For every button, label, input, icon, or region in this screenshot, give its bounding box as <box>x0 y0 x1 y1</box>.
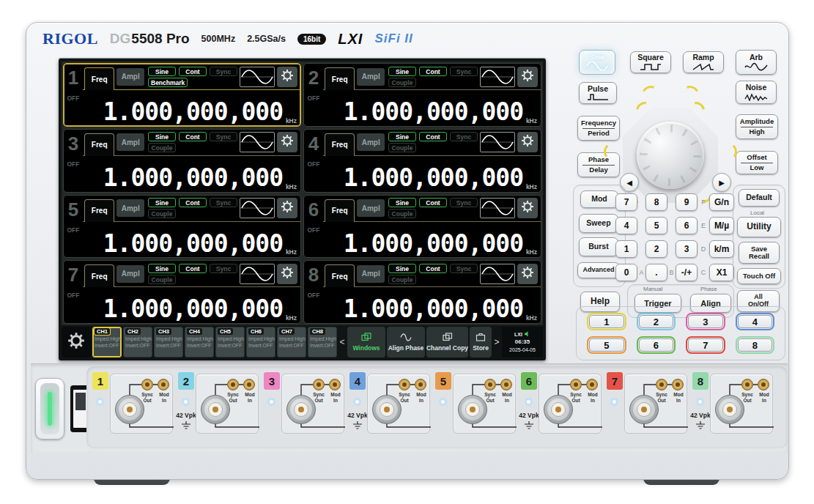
ampl-button[interactable]: Ampl <box>116 199 144 217</box>
extra-pill[interactable]: Couple <box>388 209 416 218</box>
sync-pill[interactable]: Sync <box>210 198 237 207</box>
waveform-pill[interactable]: Sine <box>148 198 176 207</box>
numpad-key[interactable]: 3 <box>676 240 698 258</box>
extra-pill[interactable]: Couple <box>148 275 176 284</box>
mode-pill[interactable]: Cont <box>179 264 207 273</box>
waveform-pill[interactable]: Sine <box>388 264 416 273</box>
channel-settings-button[interactable] <box>277 67 297 87</box>
waveform-preview[interactable] <box>480 67 515 87</box>
mode-pill[interactable]: Cont <box>179 132 207 141</box>
store-button[interactable]: Store <box>470 327 492 357</box>
sync-pill[interactable]: Sync <box>450 67 478 76</box>
channel-select-key[interactable]: 1 <box>589 315 624 328</box>
ramp-button[interactable]: Ramp <box>683 51 724 73</box>
noise-button[interactable]: Noise <box>736 81 777 104</box>
numpad-key[interactable]: 1 <box>615 240 637 258</box>
sync-pill[interactable]: Sync <box>210 132 237 141</box>
waveform-preview[interactable] <box>480 132 515 152</box>
channel-tab[interactable]: CH1 Imped:HighZ Invert:OFF <box>92 327 122 357</box>
burst-button[interactable]: Burst <box>579 237 618 256</box>
channel-settings-button[interactable] <box>517 67 538 87</box>
status-box[interactable]: LXI 06:35 2025-04-05 <box>502 327 543 357</box>
unit-suffix-key[interactable]: M/µ <box>709 217 734 234</box>
freq-tab[interactable]: Freq <box>325 199 355 222</box>
extra-pill[interactable]: Couple <box>388 275 416 284</box>
freq-tab[interactable]: Freq <box>84 199 114 222</box>
channel-tab[interactable]: CH7 Imped:HighZ Invert:OFF <box>277 327 306 357</box>
scroll-left-arrow[interactable]: < <box>338 327 346 357</box>
channel-tab[interactable]: CH6 Imped:HighZ Invert:OFF <box>246 327 275 357</box>
waveform-preview[interactable] <box>240 198 275 218</box>
channel-select-key[interactable]: 6 <box>639 338 674 352</box>
extra-pill[interactable]: Couple <box>148 143 176 152</box>
channel-select-key[interactable]: 5 <box>589 338 624 352</box>
extra-pill[interactable]: Couple <box>148 209 176 218</box>
ampl-button[interactable]: Ampl <box>116 133 144 151</box>
sync-pill[interactable]: Sync <box>450 264 478 273</box>
ampl-button[interactable]: Ampl <box>116 68 144 86</box>
ampl-button[interactable]: Ampl <box>357 133 385 151</box>
channel-select-key[interactable]: 2 <box>639 315 674 328</box>
channel-tab[interactable]: CH8 Imped:HighZ Invert:OFF <box>308 327 337 357</box>
numpad-key[interactable]: 9 <box>676 193 698 211</box>
freq-tab[interactable]: Freq <box>325 67 355 90</box>
arb-button[interactable]: Arb <box>736 50 777 75</box>
default-button[interactable]: Default <box>739 189 780 207</box>
mod-button[interactable]: Mod <box>580 190 618 208</box>
touchscreen[interactable]: 1 OFF Freq Ampl Sine Cont Sync Benchmark <box>59 59 546 360</box>
freq-tab[interactable]: Freq <box>84 67 114 90</box>
offset-low-button[interactable]: OffsetLow <box>736 151 778 174</box>
amplitude-high-button[interactable]: AmplitudeHigh <box>736 114 778 139</box>
numpad-key[interactable]: 6 <box>676 217 698 234</box>
numpad-key[interactable]: 2 <box>645 240 667 258</box>
waveform-preview[interactable] <box>240 132 275 152</box>
sync-pill[interactable]: Sync <box>210 264 237 273</box>
unit-suffix-key[interactable]: k/m <box>709 240 734 258</box>
numpad-key[interactable]: 0 <box>615 264 637 281</box>
sync-pill[interactable]: Sync <box>450 198 478 207</box>
waveform-pill[interactable]: Sine <box>388 198 416 207</box>
waveform-pill[interactable]: Sine <box>388 132 416 141</box>
numpad-key[interactable]: 7 <box>615 193 637 211</box>
mode-pill[interactable]: Cont <box>419 67 447 76</box>
numpad-key[interactable]: 4 <box>615 217 637 234</box>
windows-button[interactable]: Windows <box>347 327 385 357</box>
system-settings-button[interactable] <box>62 327 91 357</box>
waveform-preview[interactable] <box>480 198 515 218</box>
waveform-pill[interactable]: Sine <box>148 67 176 76</box>
channel-settings-button[interactable] <box>517 264 538 284</box>
channel-settings-button[interactable] <box>517 198 538 218</box>
freq-tab[interactable]: Freq <box>325 264 355 287</box>
pulse-button[interactable]: Pulse <box>579 82 617 104</box>
numpad-key[interactable]: 8 <box>645 193 667 211</box>
channel-settings-button[interactable] <box>277 198 297 218</box>
cursor-right-button[interactable]: ▶ <box>712 173 731 192</box>
ampl-button[interactable]: Ampl <box>116 265 144 283</box>
mode-pill[interactable]: Cont <box>179 198 207 207</box>
mode-pill[interactable]: Cont <box>179 67 207 76</box>
mode-pill[interactable]: Cont <box>419 198 447 207</box>
freq-tab[interactable]: Freq <box>84 264 114 287</box>
save-recall-button[interactable]: SaveRecall <box>739 242 780 264</box>
x1-key[interactable]: X1 <box>709 264 734 281</box>
channel-tab[interactable]: CH3 Imped:HighZ Invert:OFF <box>154 327 183 357</box>
ampl-button[interactable]: Ampl <box>357 199 385 217</box>
numpad-key[interactable]: 5 <box>645 217 667 234</box>
mode-pill[interactable]: Cont <box>419 264 447 273</box>
touch-off-button[interactable]: Touch Off <box>737 268 781 284</box>
channel-tab[interactable]: CH2 Imped:HighZ Invert:OFF <box>123 327 152 357</box>
advanced-button[interactable]: Advanced <box>577 262 620 278</box>
sweep-button[interactable]: Sweep <box>579 214 618 233</box>
freq-tab[interactable]: Freq <box>325 133 355 156</box>
waveform-pill[interactable]: Sine <box>388 67 416 76</box>
align-phase-button[interactable]: Align Phase <box>387 327 425 357</box>
mode-pill[interactable]: Cont <box>419 132 447 141</box>
waveform-pill[interactable]: Sine <box>148 132 176 141</box>
extra-pill[interactable]: Couple <box>388 143 416 152</box>
waveform-preview[interactable] <box>480 264 515 284</box>
ampl-button[interactable]: Ampl <box>357 265 385 283</box>
channel-tab[interactable]: CH5 Imped:HighZ Invert:OFF <box>215 327 245 357</box>
waveform-pill[interactable]: Sine <box>148 264 176 273</box>
channel-tab[interactable]: CH4 Imped:HighZ Invert:OFF <box>185 327 214 357</box>
rotary-knob[interactable] <box>637 122 704 189</box>
